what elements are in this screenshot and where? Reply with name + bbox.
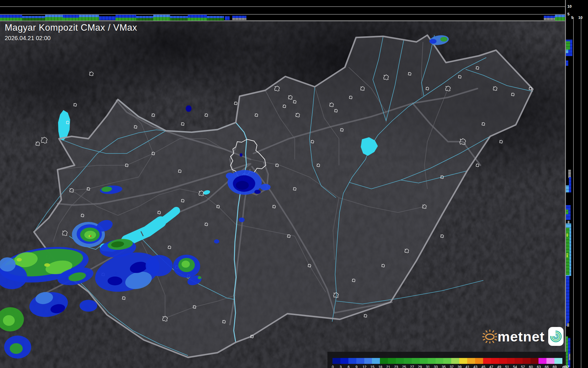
hungary-radar-map — [0, 0, 566, 368]
top-panel-echo — [544, 18, 555, 20]
right-panel-echo — [567, 323, 569, 327]
right-panel-echo — [566, 336, 568, 368]
top-panel-echo — [170, 18, 188, 21]
dbz-scale-label: 3 — [338, 365, 344, 368]
dbz-scale-label: 54 — [512, 365, 518, 368]
height-gridline-10km — [0, 6, 566, 7]
radar-echo — [146, 255, 173, 276]
dbz-scale-cell: 18 — [380, 358, 388, 364]
dbz-scale-cell: 54 — [515, 358, 523, 364]
dbz-scale-cell: 43 — [475, 358, 483, 364]
dbz-scale-cell: 6 — [348, 358, 356, 364]
top-panel-echo — [555, 17, 565, 21]
dbz-scale-label: 69 — [552, 365, 558, 368]
right-panel-echo — [566, 253, 568, 257]
right-panel-echo — [566, 210, 568, 214]
dbz-scale-cell: 27 — [412, 358, 420, 364]
top-axis-label-10: 10 — [567, 4, 571, 9]
radar-echo — [260, 184, 271, 190]
dbz-scale-label: 45 — [480, 365, 486, 368]
page-title: Magyar Kompozit CMax / VMax — [5, 22, 137, 33]
right-panel-echo — [566, 276, 569, 322]
right-panel-echo — [566, 41, 570, 50]
right-panel-echo — [569, 177, 571, 192]
top-panel-echo — [79, 17, 99, 21]
title-block: Magyar Kompozit CMax / VMax 2026.04.21 0… — [5, 22, 137, 42]
dbz-scale-cell: 69 — [554, 358, 562, 364]
right-panel-echo — [568, 338, 570, 367]
dbz-scale-cell: 41 — [467, 358, 475, 364]
radar-echo — [44, 263, 50, 267]
logo-wordmark: metnet — [498, 328, 545, 345]
right-panel-echo — [569, 354, 570, 360]
spiral-icon — [548, 329, 564, 344]
dbz-scale-cell: 37 — [451, 358, 459, 364]
timestamp: 2026.04.21 02:00 — [5, 35, 137, 42]
right-axis-label-5: 5 — [571, 15, 573, 20]
dbz-scale-label: 6 — [346, 365, 352, 368]
dbz-scale-label: 43 — [472, 365, 478, 368]
dbz-scale-cell: 12 — [364, 358, 372, 364]
top-panel-echo — [0, 18, 22, 21]
radar-echo — [440, 37, 447, 42]
height-gridline-5km-vertical — [573, 17, 574, 368]
right-axis-label-10: 10 — [578, 15, 582, 20]
dbz-scale-cell: 63 — [538, 358, 546, 364]
radar-echo — [226, 173, 234, 179]
radar-echo — [254, 190, 261, 194]
top-panel-echo — [153, 17, 170, 21]
dbz-scale-panel: 0369121518212325272931333537394143454749… — [327, 352, 566, 368]
dbz-scale-label: 29 — [417, 365, 423, 368]
radar-echo — [429, 39, 437, 44]
top-panel-echo — [232, 16, 246, 18]
radar-echo — [236, 181, 249, 190]
right-panel-echo — [566, 60, 568, 66]
radar-echo — [186, 105, 192, 112]
dbz-scale-label: 18 — [377, 365, 383, 368]
radar-map-viewport[interactable] — [0, 0, 566, 368]
dbz-scale-cell: 66 — [546, 358, 554, 364]
radar-echo — [182, 261, 190, 268]
dbz-scale-label: 39 — [457, 365, 462, 368]
dbz-scale-label: 31 — [425, 365, 431, 368]
metnet-logo: metnet — [482, 324, 564, 349]
radar-echo — [240, 153, 243, 157]
dbz-scale-cell: 23 — [396, 358, 404, 364]
dbz-scale-cell: 57 — [523, 358, 531, 364]
dbz-scale-cell: 47 — [491, 358, 499, 364]
dbz-scale-label: 35 — [441, 365, 447, 368]
top-panel-echo — [225, 16, 230, 20]
top-panel-echo — [153, 15, 170, 17]
dbz-scale-cell: 31 — [428, 358, 436, 364]
dbz-scale-label: 33 — [433, 365, 439, 368]
top-panel-echo — [22, 18, 45, 21]
dbz-scale-cell: 9 — [356, 358, 364, 364]
dbz-scale-label: 57 — [520, 365, 526, 368]
top-cross-section-panel — [0, 0, 566, 21]
top-panel-echo — [45, 15, 63, 17]
dbz-scale-label: 63 — [536, 365, 542, 368]
dbz-scale-label: 15 — [369, 365, 375, 368]
height-gridline-10km-vertical — [581, 17, 581, 368]
dbz-scale-label: 37 — [449, 365, 454, 368]
dbz-scale-cell: 3 — [340, 358, 348, 364]
radar-echo — [198, 276, 201, 279]
dbz-scale-label: 25 — [401, 365, 407, 368]
radar-echo — [239, 217, 245, 222]
radar-echo — [214, 239, 219, 243]
radar-echo — [3, 315, 15, 326]
dbz-scale-label: 60 — [528, 365, 534, 368]
dbz-scale-label: 41 — [465, 365, 470, 368]
top-panel-echo — [207, 18, 224, 21]
top-panel-echo — [79, 15, 99, 17]
dbz-scale-label: 66 — [544, 365, 550, 368]
right-panel-echo — [568, 170, 571, 178]
top-panel-echo — [45, 17, 63, 21]
dbz-scale-cell: 60 — [531, 358, 538, 364]
dbz-unit-label: dBZ — [562, 365, 569, 368]
dbz-scale-label: 12 — [362, 365, 368, 368]
dbz-scale-cell: 51 — [507, 358, 515, 364]
dbz-scale-cell: 45 — [483, 358, 491, 364]
top-panel-echo — [99, 16, 116, 20]
dbz-scale-label: 49 — [496, 365, 502, 368]
